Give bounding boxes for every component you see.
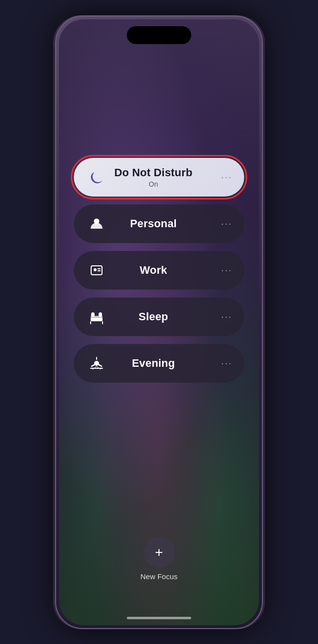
focus-item-do-not-disturb[interactable]: Do Not Disturb On ···: [74, 158, 244, 197]
evening-label-group: Evening: [86, 357, 221, 370]
focus-list: Do Not Disturb On ··· Personal ···: [74, 158, 244, 383]
dynamic-island: [127, 26, 191, 44]
dnd-sublabel: On: [149, 180, 158, 188]
focus-item-work[interactable]: Work ···: [74, 251, 244, 290]
work-label-group: Work: [86, 264, 221, 277]
personal-label-group: Personal: [86, 217, 221, 230]
evening-label: Evening: [132, 357, 175, 370]
phone-device: Do Not Disturb On ··· Personal ···: [55, 15, 263, 629]
plus-icon: +: [155, 545, 163, 559]
new-focus-button[interactable]: +: [143, 537, 175, 568]
new-focus-label: New Focus: [140, 572, 177, 581]
dnd-label-group: Do Not Disturb On: [86, 166, 221, 188]
dnd-label: Do Not Disturb: [114, 166, 193, 179]
focus-item-personal[interactable]: Personal ···: [74, 204, 244, 243]
new-focus-container: + New Focus: [140, 537, 177, 581]
personal-more-button[interactable]: ···: [221, 218, 232, 229]
work-more-button[interactable]: ···: [221, 264, 232, 276]
phone-screen: Do Not Disturb On ··· Personal ···: [59, 19, 259, 625]
sleep-label: Sleep: [139, 310, 168, 323]
dnd-more-button[interactable]: ···: [221, 171, 232, 183]
focus-item-evening[interactable]: Evening ···: [74, 344, 244, 383]
work-label: Work: [140, 264, 167, 277]
evening-more-button[interactable]: ···: [221, 357, 232, 369]
sleep-more-button[interactable]: ···: [221, 311, 232, 322]
sleep-label-group: Sleep: [86, 310, 221, 323]
focus-item-sleep[interactable]: Sleep ···: [74, 297, 244, 336]
personal-label: Personal: [130, 217, 177, 230]
home-indicator[interactable]: [127, 617, 191, 619]
